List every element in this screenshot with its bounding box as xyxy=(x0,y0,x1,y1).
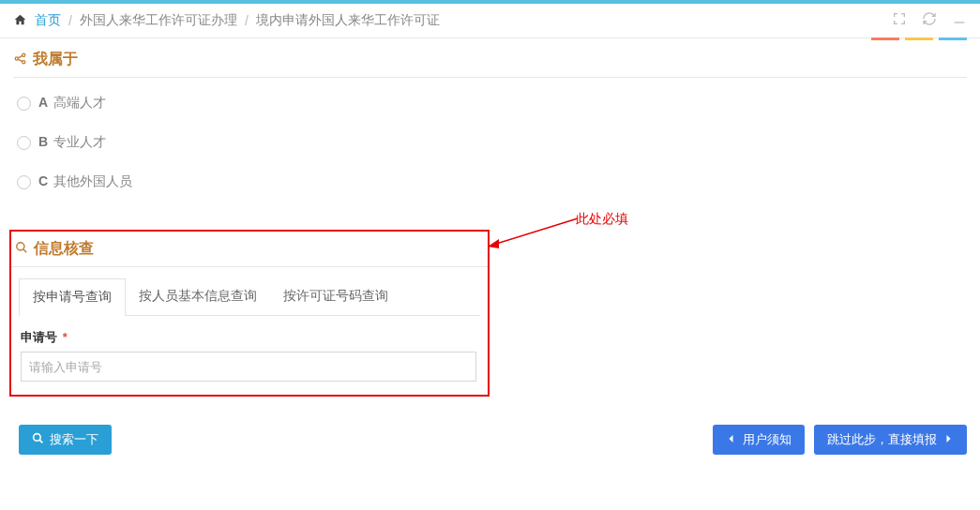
tab-by-person-info[interactable]: 按人员基本信息查询 xyxy=(126,278,270,315)
annotation-arrow-icon xyxy=(488,217,581,250)
application-no-input[interactable] xyxy=(21,352,476,382)
breadcrumb-level1: 外国人来华工作许可证办理 xyxy=(80,12,237,29)
radio-icon xyxy=(17,136,31,150)
share-icon xyxy=(13,52,27,68)
annotation-label: 此处必填 xyxy=(576,211,628,228)
breadcrumb-home-link[interactable]: 首页 xyxy=(35,12,61,29)
tab-by-permit-no[interactable]: 按许可证号码查询 xyxy=(270,278,401,315)
section-title-check: 信息核查 xyxy=(11,232,488,267)
required-mark: * xyxy=(63,330,68,344)
arrow-right-icon xyxy=(942,433,954,447)
fullscreen-icon[interactable] xyxy=(892,11,907,30)
home-icon xyxy=(13,13,27,29)
breadcrumb-row: 首页 / 外国人来华工作许可证办理 / 境内申请外国人来华工作许可证 xyxy=(0,4,980,38)
magnifier-icon xyxy=(32,432,44,447)
section-title-text: 信息核查 xyxy=(34,239,94,259)
skip-button-label: 跳过此步，直接填报 xyxy=(827,431,937,448)
field-label: 申请号 * xyxy=(21,329,478,346)
section-belong: 我属于 A 高端人才 B 专业人才 C 其他外国人员 xyxy=(0,40,980,202)
svg-line-3 xyxy=(493,218,578,245)
section-title-belong: 我属于 xyxy=(13,50,967,78)
radio-icon xyxy=(17,175,31,189)
minimize-icon[interactable] xyxy=(952,11,967,30)
breadcrumb-sep: / xyxy=(245,13,249,28)
skip-button[interactable]: 跳过此步，直接填报 xyxy=(814,425,967,455)
right-buttons: 用户须知 跳过此步，直接填报 xyxy=(713,425,967,455)
svg-point-7 xyxy=(34,434,41,442)
search-icon xyxy=(15,241,28,257)
user-notice-button[interactable]: 用户须知 xyxy=(713,425,805,455)
radio-label: A 高端人才 xyxy=(38,95,106,112)
tabs: 按申请号查询 按人员基本信息查询 按许可证号码查询 xyxy=(19,278,480,316)
breadcrumb-level2: 境内申请外国人来华工作许可证 xyxy=(256,12,440,29)
breadcrumb-sep: / xyxy=(68,13,72,28)
radio-label: B 专业人才 xyxy=(38,134,106,151)
user-notice-label: 用户须知 xyxy=(743,431,792,448)
svg-line-8 xyxy=(39,440,42,442)
radio-option-a[interactable]: A 高端人才 xyxy=(13,83,967,123)
svg-line-6 xyxy=(23,249,27,253)
radio-option-c[interactable]: C 其他外国人员 xyxy=(13,162,967,202)
arrow-left-icon xyxy=(726,433,737,447)
radio-icon xyxy=(17,97,31,111)
search-button-label: 搜索一下 xyxy=(50,431,98,448)
radio-label: C 其他外国人员 xyxy=(38,173,132,190)
radio-option-b[interactable]: B 专业人才 xyxy=(13,123,967,162)
field-application-no: 申请号 * xyxy=(11,316,488,382)
refresh-icon[interactable] xyxy=(922,11,937,30)
tab-by-application-no[interactable]: 按申请号查询 xyxy=(19,278,126,316)
annotation-wrap: 此处必填 信息核查 按申请号查询 按人员基本信息查询 按许可证号码查询 申请号 … xyxy=(9,230,971,397)
toolbar-icons xyxy=(892,11,967,30)
info-check-box: 信息核查 按申请号查询 按人员基本信息查询 按许可证号码查询 申请号 * xyxy=(9,230,490,397)
section-title-text: 我属于 xyxy=(33,50,78,69)
breadcrumb: 首页 / 外国人来华工作许可证办理 / 境内申请外国人来华工作许可证 xyxy=(13,12,440,29)
search-button[interactable]: 搜索一下 xyxy=(19,425,112,455)
footer-row: 搜索一下 用户须知 跳过此步，直接填报 xyxy=(0,397,980,466)
svg-point-5 xyxy=(17,243,24,250)
